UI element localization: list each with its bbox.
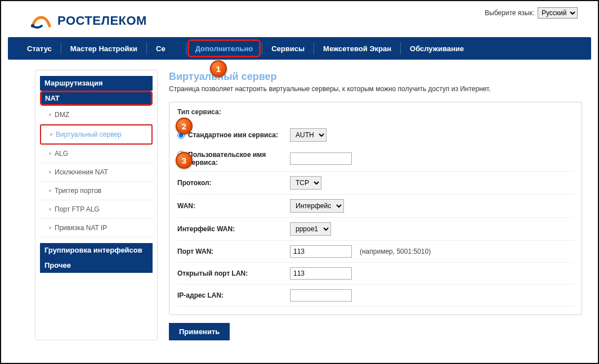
rostelecom-logo-icon	[29, 9, 53, 33]
nav-services[interactable]: Сервисы	[262, 37, 314, 60]
apply-button[interactable]: Применить	[169, 323, 230, 340]
row-wan: WAN: Интерфейс	[177, 195, 574, 218]
select-wan[interactable]: Интерфейс	[290, 199, 344, 213]
language-select[interactable]: Русский	[538, 7, 578, 19]
nav-firewall[interactable]: Межсетевой Экран	[314, 37, 400, 60]
sidebar-item-nat-exclusions[interactable]: Исключения NAT	[40, 163, 153, 182]
nav-wizard[interactable]: Мастер Настройки	[61, 37, 146, 60]
top-nav: Статус Мастер Настройки Се Дополнительно…	[8, 37, 591, 60]
row-open-lan-port: Открытый порт LAN:	[177, 263, 574, 285]
nav-maintenance[interactable]: Обслуживание	[401, 37, 473, 60]
sidebar-item-nat-ip-bind[interactable]: Привязка NAT IP	[40, 219, 153, 237]
form-panel: Тип сервиса: Стандартное имя сервиса: AU…	[169, 102, 582, 315]
sidebar-cat-routing[interactable]: Маршрутизация	[40, 76, 153, 91]
row-lan-ip: IP-адрес LAN:	[177, 285, 574, 307]
page-title: Виртуальный сервер	[169, 71, 582, 83]
annotation-badge-2: 2	[176, 118, 193, 134]
bullet-icon	[49, 190, 51, 192]
bullet-icon	[49, 227, 51, 229]
select-standard-service[interactable]: AUTH	[290, 128, 327, 142]
nav-status[interactable]: Статус	[18, 37, 61, 60]
label-wan-port: Порт WAN:	[177, 248, 213, 255]
nav-advanced[interactable]: Дополнительно	[186, 37, 262, 60]
row-standard-service: Стандартное имя сервиса: AUTH	[177, 124, 574, 146]
header: РОСТЕЛЕКОМ Выберите язык: Русский	[1, 1, 598, 37]
annotation-badge-1: 1	[210, 60, 227, 77]
nav-network[interactable]: Се	[147, 37, 186, 60]
select-wan-interface[interactable]: pppoe1	[290, 222, 331, 236]
bullet-icon	[49, 208, 51, 210]
main-panel: Виртуальный сервер Страница позволяет на…	[169, 70, 582, 340]
hint-wan-port: (например, 5001:5010)	[360, 248, 431, 255]
label-lan-ip: IP-адрес LAN:	[177, 291, 223, 299]
sidebar-item-alg[interactable]: ALG	[40, 145, 153, 163]
bullet-icon	[49, 114, 51, 116]
sidebar-cat-nat[interactable]: NAT	[40, 91, 153, 106]
input-lan-ip[interactable]	[290, 289, 352, 302]
service-type-label: Тип сервиса:	[177, 108, 574, 116]
input-custom-service[interactable]	[290, 152, 352, 165]
sidebar: Маршрутизация NAT DMZ Виртуальный сервер…	[35, 70, 158, 340]
brand-logo: РОСТЕЛЕКОМ	[29, 9, 147, 33]
label-wan-interface: Интерфейс WAN:	[177, 225, 235, 233]
sidebar-item-dmz[interactable]: DMZ	[40, 106, 153, 124]
label-wan: WAN:	[177, 202, 195, 210]
row-wan-port: Порт WAN: (например, 5001:5010)	[177, 241, 574, 263]
sidebar-item-ftp-alg-port[interactable]: Порт FTP ALG	[40, 200, 153, 219]
row-wan-interface: Интерфейс WAN: pppoe1	[177, 218, 574, 241]
annotation-badge-3: 3	[176, 152, 193, 169]
page-description: Страница позволяет настроить виртуальные…	[169, 85, 582, 93]
brand-name: РОСТЕЛЕКОМ	[57, 14, 147, 28]
label-standard-service: Стандартное имя сервиса:	[188, 131, 278, 139]
row-protocol: Протокол: TCP	[177, 172, 574, 195]
sidebar-cat-if-group[interactable]: Группировка интерфейсов	[40, 243, 153, 258]
label-custom-service: Пользовательское имя сервиса:	[188, 151, 290, 167]
language-label: Выберите язык:	[485, 9, 534, 17]
label-open-lan-port: Открытый порт LAN:	[177, 269, 248, 277]
input-wan-port[interactable]	[290, 245, 352, 258]
input-open-lan-port[interactable]	[290, 267, 352, 280]
sidebar-cat-other[interactable]: Прочее	[40, 258, 153, 273]
bullet-icon	[49, 152, 51, 155]
bullet-icon	[49, 171, 51, 173]
select-protocol[interactable]: TCP	[290, 176, 321, 190]
sidebar-item-virtual-server[interactable]: Виртуальный сервер	[40, 124, 153, 145]
label-protocol: Протокол:	[177, 179, 212, 187]
content-area: Маршрутизация NAT DMZ Виртуальный сервер…	[1, 60, 598, 346]
bullet-icon	[50, 133, 52, 136]
row-custom-service: Пользовательское имя сервиса:	[177, 146, 574, 172]
language-selector: Выберите язык: Русский	[485, 7, 578, 19]
sidebar-item-port-trigger[interactable]: Триггер портов	[40, 182, 153, 200]
